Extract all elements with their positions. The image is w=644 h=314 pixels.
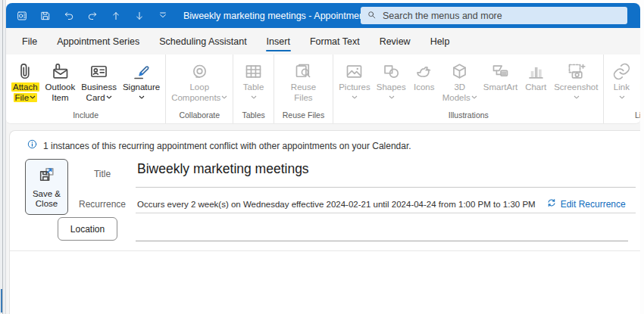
ribbon-button-bookmark: Bookmark — [636, 58, 640, 95]
ribbon-group-reuse-files: ReuseFiles Reuse Files — [274, 54, 333, 123]
save-and-close-button[interactable]: Save & Close — [25, 159, 68, 215]
edit-recurrence-link[interactable]: Edit Recurrence — [546, 197, 626, 210]
ribbon-button-label: Shapes — [377, 82, 406, 103]
up-arrow-button[interactable] — [108, 8, 124, 24]
ribbon-button-label: LoopComponents — [171, 82, 227, 103]
title-field-value[interactable]: Biweekly marketing meetings — [137, 161, 309, 177]
ribbon-button-shapes: Shapes — [374, 58, 409, 104]
ribbon-button-table: Table — [239, 58, 269, 104]
ribbon-button-label: ReuseFiles — [291, 82, 316, 103]
ribbon-button-label: OutlookItem — [45, 82, 76, 103]
sync-icon — [546, 197, 557, 210]
ribbon-button-label: Bookmark — [639, 82, 640, 93]
ribbon-group-label: Tables — [236, 110, 270, 122]
ribbon-button-screenshot: Screenshot — [551, 58, 601, 104]
menu-tab-review[interactable]: Review — [370, 28, 420, 54]
title-field-label: Title — [75, 169, 130, 179]
search-input[interactable] — [383, 11, 621, 21]
quick-access-toolbar — [14, 8, 171, 24]
ribbon-button-label: Screenshot — [554, 82, 598, 103]
signature-icon — [131, 60, 152, 82]
ribbon-group-include: AttachFile OutlookItem BusinessCard Sign… — [6, 54, 166, 123]
menu-tab-scheduling-assistant[interactable]: Scheduling Assistant — [149, 28, 256, 54]
ribbon-group-links: Link Bookmark Links — [604, 54, 640, 123]
search-box[interactable] — [361, 7, 627, 24]
ribbon: AttachFile OutlookItem BusinessCard Sign… — [6, 54, 640, 124]
save-close-icon — [37, 165, 56, 187]
conflict-info-text: 1 instances of this recurring appointmen… — [43, 141, 411, 151]
recurrence-field-underline — [136, 213, 636, 213]
toolbar-chevron-button[interactable] — [155, 8, 171, 24]
ribbon-button-label: Pictures — [339, 82, 370, 103]
menu-tab-appointment-series[interactable]: Appointment Series — [47, 28, 149, 54]
pictures-icon — [344, 60, 364, 82]
body-divider — [10, 250, 640, 251]
ribbon-button-loop-components: LoopComponents — [168, 58, 230, 104]
ribbon-button-label: BusinessCard — [81, 82, 117, 103]
ribbon-button-label: Chart — [525, 82, 546, 93]
outlook-item-icon — [50, 60, 70, 82]
search-icon — [367, 9, 377, 23]
ribbon-button-label: Icons — [414, 82, 435, 93]
ribbon-group-label: Illustrations — [442, 110, 495, 122]
menu-tab-insert[interactable]: Insert — [257, 28, 300, 54]
ribbon-group-label: Reuse Files — [277, 110, 330, 122]
loop-icon — [189, 60, 210, 82]
ribbon-group-label: Links — [629, 110, 640, 122]
ribbon-button-pictures: Pictures — [336, 58, 374, 104]
appointment-window: Biweekly marketing meetings - Appointmen… — [6, 3, 640, 314]
redo-button[interactable] — [84, 8, 101, 24]
smartart-icon — [490, 60, 511, 82]
ribbon-button-attach-file[interactable]: AttachFile — [8, 58, 42, 104]
ribbon-group-label: Include — [67, 110, 105, 122]
ribbon-button-business-card[interactable]: BusinessCard — [78, 58, 120, 104]
screenshot-icon — [566, 60, 586, 82]
menu-bar: FileAppointment SeriesScheduling Assista… — [6, 28, 640, 54]
ribbon-button-link: Link — [606, 58, 636, 104]
location-field-underline — [136, 241, 628, 241]
save-close-label: Save & Close — [33, 189, 61, 210]
ribbon-button-3d-models: 3DModels — [439, 58, 480, 104]
undo-button[interactable] — [61, 8, 77, 24]
ribbon-button-icons: Icons — [409, 58, 439, 95]
ribbon-button-label: Signature — [123, 82, 160, 103]
ribbon-button-label: Table — [243, 82, 264, 103]
ribbon-button-reuse-files: ReuseFiles — [288, 58, 319, 104]
menu-tab-file[interactable]: File — [12, 28, 47, 54]
ribbon-group-label: Collaborate — [173, 110, 226, 122]
edit-recurrence-label: Edit Recurrence — [561, 199, 626, 210]
business-card-icon — [89, 60, 109, 82]
ribbon-button-chart: Chart — [521, 58, 551, 95]
ribbon-button-label: SmartArt — [483, 82, 517, 93]
ribbon-group-tables: Table Tables — [233, 54, 274, 123]
table-icon — [243, 60, 264, 82]
title-field-underline — [136, 187, 636, 188]
conflict-info-bar: 1 instances of this recurring appointmen… — [27, 138, 411, 153]
location-button[interactable]: Location — [58, 217, 117, 241]
shapes-icon — [381, 60, 402, 82]
appointment-form: 1 instances of this recurring appointmen… — [9, 130, 640, 314]
ribbon-group-illustrations: Pictures Shapes Icons 3DModels SmartArt … — [333, 54, 604, 123]
down-arrow-button[interactable] — [131, 8, 148, 24]
duck-icon — [414, 60, 434, 82]
title-bar: Biweekly marketing meetings - Appointmen… — [6, 3, 640, 28]
info-icon — [27, 138, 38, 153]
recurrence-text: Occurs every 2 week(s) on Wednesday effe… — [137, 200, 536, 209]
ribbon-button-outlook-item[interactable]: OutlookItem — [42, 58, 79, 104]
menu-tab-format-text[interactable]: Format Text — [300, 28, 370, 54]
ribbon-button-smartart: SmartArt — [480, 58, 521, 95]
reuse-files-icon — [293, 60, 314, 82]
menu-tab-help[interactable]: Help — [420, 28, 460, 54]
outlook-app-button[interactable] — [14, 8, 30, 24]
screen: Biweekly marketing meetings - Appointmen… — [0, 0, 644, 314]
recurrence-field-label: Recurrence — [75, 199, 130, 210]
cube-3d-icon — [449, 60, 470, 82]
paperclip-icon — [15, 60, 36, 82]
save-button[interactable] — [37, 8, 54, 24]
ribbon-group-collaborate: LoopComponents Collaborate — [166, 54, 233, 123]
content-wrap: 1 instances of this recurring appointmen… — [6, 124, 640, 314]
ribbon-button-label: AttachFile — [11, 82, 39, 103]
ribbon-button-label: Link — [614, 82, 630, 103]
link-icon — [611, 60, 632, 82]
ribbon-button-signature[interactable]: Signature — [120, 58, 163, 104]
